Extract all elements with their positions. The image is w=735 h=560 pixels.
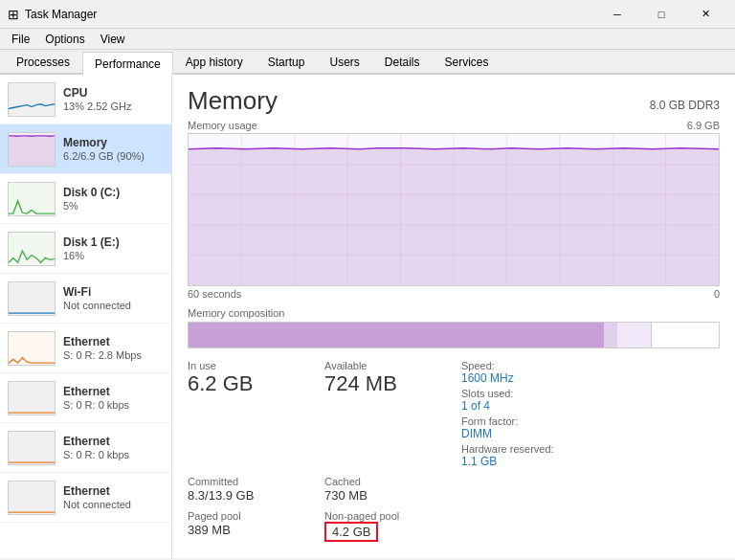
disk0-name: Disk 0 (C:) bbox=[63, 186, 164, 199]
panel-subtitle: 8.0 GB DDR3 bbox=[650, 99, 720, 112]
stat-committed-value: 8.3/13.9 GB bbox=[188, 488, 309, 503]
eth2-info: Ethernet S: 0 R: 0 kbps bbox=[63, 385, 164, 411]
svg-rect-2 bbox=[9, 135, 55, 165]
stat-slots-value: 1 of 4 bbox=[461, 399, 583, 413]
stat-available-value: 724 MB bbox=[324, 371, 446, 396]
disk1-info: Disk 1 (E:) 16% bbox=[63, 235, 164, 261]
disk0-info: Disk 0 (C:) 5% bbox=[63, 186, 164, 212]
stat-committed: Committed 8.3/13.9 GB bbox=[188, 476, 309, 503]
sidebar-item-cpu[interactable]: CPU 13% 2.52 GHz bbox=[0, 75, 171, 124]
stat-in-use: In use 6.2 GB bbox=[188, 360, 309, 468]
eth2-thumbnail bbox=[8, 381, 56, 415]
tab-startup[interactable]: Startup bbox=[256, 50, 318, 73]
stat-cached-value: 730 MB bbox=[324, 488, 446, 503]
eth1-name: Ethernet bbox=[63, 335, 164, 348]
disk1-name: Disk 1 (E:) bbox=[63, 235, 164, 249]
chart-time-row: 60 seconds 0 bbox=[188, 288, 720, 300]
disk1-thumbnail bbox=[8, 232, 56, 266]
wifi-thumbnail bbox=[8, 281, 56, 316]
tab-app-history[interactable]: App history bbox=[173, 50, 256, 73]
svg-rect-8 bbox=[9, 432, 55, 464]
sidebar-item-eth3[interactable]: Ethernet S: 0 R: 0 kbps bbox=[0, 423, 171, 473]
sidebar-item-disk0[interactable]: Disk 0 (C:) 5% bbox=[0, 174, 171, 224]
sidebar-item-eth4[interactable]: Ethernet Not connected bbox=[0, 473, 171, 523]
panel-header: Memory 8.0 GB DDR3 bbox=[188, 86, 720, 116]
composition-section: Memory composition bbox=[188, 307, 720, 348]
close-button[interactable]: ✕ bbox=[683, 0, 727, 29]
eth3-info: Ethernet S: 0 R: 0 kbps bbox=[63, 435, 164, 460]
tab-performance[interactable]: Performance bbox=[82, 52, 173, 75]
stat-cached: Cached 730 MB bbox=[324, 476, 446, 503]
memory-value: 6.2/6.9 GB (90%) bbox=[63, 150, 164, 162]
main-content: CPU 13% 2.52 GHz Memory 6.2/6.9 GB (90%) bbox=[0, 75, 735, 558]
memory-chart bbox=[188, 133, 720, 286]
comp-in-use bbox=[189, 323, 604, 347]
minimize-button[interactable]: ─ bbox=[595, 0, 639, 29]
nonpaged-highlight-box: 4.2 GB bbox=[324, 522, 378, 542]
right-panel: Memory 8.0 GB DDR3 Memory usage 6.9 GB bbox=[172, 75, 735, 558]
eth4-name: Ethernet bbox=[63, 484, 164, 498]
comp-standby bbox=[617, 323, 651, 347]
disk1-value: 16% bbox=[63, 250, 164, 261]
stat-speed-label: Speed: bbox=[461, 360, 583, 371]
stat-form-value: DIMM bbox=[461, 427, 583, 440]
stat-committed-label: Committed bbox=[188, 476, 309, 487]
menu-file[interactable]: File bbox=[4, 29, 37, 50]
menu-view[interactable]: View bbox=[93, 29, 133, 50]
sidebar-item-disk1[interactable]: Disk 1 (E:) 16% bbox=[0, 224, 171, 274]
app-title: Task Manager bbox=[25, 8, 595, 21]
stat-right-spacer bbox=[598, 360, 720, 468]
stat-speed-value: 1600 MHz bbox=[461, 371, 583, 385]
svg-rect-7 bbox=[9, 382, 55, 414]
sidebar-item-eth2[interactable]: Ethernet S: 0 R: 0 kbps bbox=[0, 373, 171, 423]
tab-services[interactable]: Services bbox=[433, 50, 501, 73]
stat-hw-label: Hardware reserved: bbox=[461, 443, 583, 455]
maximize-button[interactable]: □ bbox=[639, 0, 683, 29]
stat-nonpaged: Non-paged pool 4.2 GB bbox=[324, 510, 446, 542]
chart-label: Memory usage bbox=[188, 120, 257, 131]
chart-max: 6.9 GB bbox=[687, 120, 720, 131]
memory-thumbnail bbox=[8, 132, 56, 167]
eth4-info: Ethernet Not connected bbox=[63, 484, 164, 510]
stat-in-use-label: In use bbox=[188, 360, 309, 371]
cpu-value: 13% 2.52 GHz bbox=[63, 101, 164, 112]
menu-options[interactable]: Options bbox=[37, 29, 92, 50]
sidebar-item-eth1[interactable]: Ethernet S: 0 R: 2.8 Mbps bbox=[0, 324, 171, 373]
disk0-value: 5% bbox=[63, 200, 164, 212]
comp-modified bbox=[604, 323, 617, 347]
stat-in-use-value: 6.2 GB bbox=[188, 371, 309, 396]
stat-available: Available 724 MB bbox=[324, 360, 446, 468]
tab-processes[interactable]: Processes bbox=[4, 50, 82, 73]
composition-label: Memory composition bbox=[188, 307, 720, 319]
panel-title: Memory bbox=[188, 86, 278, 116]
wifi-name: Wi-Fi bbox=[63, 285, 164, 299]
eth1-value: S: 0 R: 2.8 Mbps bbox=[63, 349, 164, 361]
stat-available-label: Available bbox=[324, 360, 446, 371]
time-start: 60 seconds bbox=[188, 288, 241, 300]
tab-users[interactable]: Users bbox=[317, 50, 371, 73]
memory-name: Memory bbox=[63, 136, 164, 149]
stat-nonpaged-label: Non-paged pool bbox=[324, 510, 446, 522]
svg-rect-5 bbox=[9, 282, 55, 315]
stat-hw-value: 1.1 GB bbox=[461, 455, 583, 468]
app-icon: ⊞ bbox=[8, 7, 19, 22]
svg-rect-9 bbox=[9, 482, 55, 514]
wifi-value: Not connected bbox=[63, 300, 164, 311]
time-end: 0 bbox=[714, 288, 720, 300]
tab-bar: Processes Performance App history Startu… bbox=[0, 50, 735, 75]
cpu-thumbnail bbox=[8, 82, 56, 117]
chart-section: Memory usage 6.9 GB bbox=[188, 120, 720, 300]
window-controls: ─ □ ✕ bbox=[595, 0, 727, 29]
tab-details[interactable]: Details bbox=[372, 50, 433, 73]
stat-speed: Speed: 1600 MHz Slots used: 1 of 4 Form … bbox=[461, 360, 583, 468]
stat-paged-label: Paged pool bbox=[188, 510, 309, 522]
stat-slots-label: Slots used: bbox=[461, 388, 583, 399]
sidebar-item-wifi[interactable]: Wi-Fi Not connected bbox=[0, 274, 171, 324]
svg-marker-23 bbox=[189, 148, 719, 285]
comp-free bbox=[651, 323, 719, 347]
sidebar-item-memory[interactable]: Memory 6.2/6.9 GB (90%) bbox=[0, 124, 171, 174]
eth2-name: Ethernet bbox=[63, 385, 164, 398]
eth4-value: Not connected bbox=[63, 499, 164, 510]
stat-paged: Paged pool 389 MB bbox=[188, 510, 309, 542]
stat-cached-label: Cached bbox=[324, 476, 446, 487]
